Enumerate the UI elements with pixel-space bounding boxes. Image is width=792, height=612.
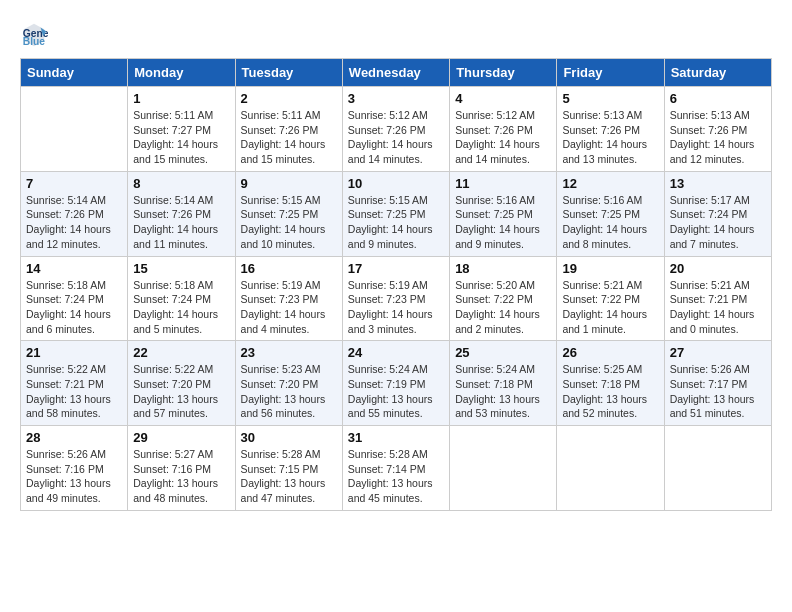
calendar-cell: 14Sunrise: 5:18 AM Sunset: 7:24 PM Dayli… [21,256,128,341]
day-info: Sunrise: 5:24 AM Sunset: 7:18 PM Dayligh… [455,362,551,421]
calendar-cell [557,426,664,511]
day-info: Sunrise: 5:19 AM Sunset: 7:23 PM Dayligh… [348,278,444,337]
calendar-cell: 30Sunrise: 5:28 AM Sunset: 7:15 PM Dayli… [235,426,342,511]
day-info: Sunrise: 5:27 AM Sunset: 7:16 PM Dayligh… [133,447,229,506]
day-info: Sunrise: 5:16 AM Sunset: 7:25 PM Dayligh… [455,193,551,252]
day-header-monday: Monday [128,59,235,87]
day-header-thursday: Thursday [450,59,557,87]
calendar-cell: 7Sunrise: 5:14 AM Sunset: 7:26 PM Daylig… [21,171,128,256]
day-number: 25 [455,345,551,360]
day-number: 17 [348,261,444,276]
calendar-cell: 22Sunrise: 5:22 AM Sunset: 7:20 PM Dayli… [128,341,235,426]
day-info: Sunrise: 5:12 AM Sunset: 7:26 PM Dayligh… [348,108,444,167]
calendar-cell: 3Sunrise: 5:12 AM Sunset: 7:26 PM Daylig… [342,87,449,172]
calendar-cell: 13Sunrise: 5:17 AM Sunset: 7:24 PM Dayli… [664,171,771,256]
day-info: Sunrise: 5:22 AM Sunset: 7:21 PM Dayligh… [26,362,122,421]
calendar-cell: 23Sunrise: 5:23 AM Sunset: 7:20 PM Dayli… [235,341,342,426]
day-number: 29 [133,430,229,445]
calendar-cell [450,426,557,511]
day-info: Sunrise: 5:28 AM Sunset: 7:15 PM Dayligh… [241,447,337,506]
day-number: 20 [670,261,766,276]
day-number: 15 [133,261,229,276]
calendar-cell: 26Sunrise: 5:25 AM Sunset: 7:18 PM Dayli… [557,341,664,426]
day-number: 1 [133,91,229,106]
day-header-friday: Friday [557,59,664,87]
day-number: 23 [241,345,337,360]
day-info: Sunrise: 5:24 AM Sunset: 7:19 PM Dayligh… [348,362,444,421]
calendar-header-row: SundayMondayTuesdayWednesdayThursdayFrid… [21,59,772,87]
day-info: Sunrise: 5:11 AM Sunset: 7:27 PM Dayligh… [133,108,229,167]
calendar-cell [21,87,128,172]
calendar-table: SundayMondayTuesdayWednesdayThursdayFrid… [20,58,772,511]
calendar-cell: 27Sunrise: 5:26 AM Sunset: 7:17 PM Dayli… [664,341,771,426]
page-header: General Blue [20,20,772,48]
calendar-cell: 25Sunrise: 5:24 AM Sunset: 7:18 PM Dayli… [450,341,557,426]
day-info: Sunrise: 5:23 AM Sunset: 7:20 PM Dayligh… [241,362,337,421]
day-info: Sunrise: 5:14 AM Sunset: 7:26 PM Dayligh… [26,193,122,252]
day-number: 19 [562,261,658,276]
day-info: Sunrise: 5:18 AM Sunset: 7:24 PM Dayligh… [133,278,229,337]
calendar-cell: 12Sunrise: 5:16 AM Sunset: 7:25 PM Dayli… [557,171,664,256]
day-info: Sunrise: 5:18 AM Sunset: 7:24 PM Dayligh… [26,278,122,337]
day-info: Sunrise: 5:13 AM Sunset: 7:26 PM Dayligh… [562,108,658,167]
calendar-cell: 2Sunrise: 5:11 AM Sunset: 7:26 PM Daylig… [235,87,342,172]
day-info: Sunrise: 5:12 AM Sunset: 7:26 PM Dayligh… [455,108,551,167]
day-info: Sunrise: 5:20 AM Sunset: 7:22 PM Dayligh… [455,278,551,337]
week-row-4: 21Sunrise: 5:22 AM Sunset: 7:21 PM Dayli… [21,341,772,426]
day-info: Sunrise: 5:17 AM Sunset: 7:24 PM Dayligh… [670,193,766,252]
day-number: 28 [26,430,122,445]
week-row-3: 14Sunrise: 5:18 AM Sunset: 7:24 PM Dayli… [21,256,772,341]
day-header-saturday: Saturday [664,59,771,87]
calendar-cell: 11Sunrise: 5:16 AM Sunset: 7:25 PM Dayli… [450,171,557,256]
day-info: Sunrise: 5:15 AM Sunset: 7:25 PM Dayligh… [241,193,337,252]
calendar-cell: 8Sunrise: 5:14 AM Sunset: 7:26 PM Daylig… [128,171,235,256]
day-number: 3 [348,91,444,106]
day-info: Sunrise: 5:22 AM Sunset: 7:20 PM Dayligh… [133,362,229,421]
calendar-cell: 19Sunrise: 5:21 AM Sunset: 7:22 PM Dayli… [557,256,664,341]
day-number: 2 [241,91,337,106]
day-number: 22 [133,345,229,360]
calendar-cell: 15Sunrise: 5:18 AM Sunset: 7:24 PM Dayli… [128,256,235,341]
calendar-cell: 4Sunrise: 5:12 AM Sunset: 7:26 PM Daylig… [450,87,557,172]
day-number: 26 [562,345,658,360]
day-number: 14 [26,261,122,276]
calendar-cell: 24Sunrise: 5:24 AM Sunset: 7:19 PM Dayli… [342,341,449,426]
day-info: Sunrise: 5:11 AM Sunset: 7:26 PM Dayligh… [241,108,337,167]
day-number: 12 [562,176,658,191]
day-info: Sunrise: 5:19 AM Sunset: 7:23 PM Dayligh… [241,278,337,337]
calendar-cell: 16Sunrise: 5:19 AM Sunset: 7:23 PM Dayli… [235,256,342,341]
calendar-cell: 18Sunrise: 5:20 AM Sunset: 7:22 PM Dayli… [450,256,557,341]
day-info: Sunrise: 5:26 AM Sunset: 7:17 PM Dayligh… [670,362,766,421]
day-info: Sunrise: 5:26 AM Sunset: 7:16 PM Dayligh… [26,447,122,506]
day-number: 18 [455,261,551,276]
calendar-cell: 28Sunrise: 5:26 AM Sunset: 7:16 PM Dayli… [21,426,128,511]
day-header-wednesday: Wednesday [342,59,449,87]
day-number: 9 [241,176,337,191]
day-number: 10 [348,176,444,191]
week-row-1: 1Sunrise: 5:11 AM Sunset: 7:27 PM Daylig… [21,87,772,172]
calendar-cell: 29Sunrise: 5:27 AM Sunset: 7:16 PM Dayli… [128,426,235,511]
calendar-cell: 17Sunrise: 5:19 AM Sunset: 7:23 PM Dayli… [342,256,449,341]
day-number: 30 [241,430,337,445]
day-info: Sunrise: 5:13 AM Sunset: 7:26 PM Dayligh… [670,108,766,167]
svg-text:Blue: Blue [23,36,46,47]
calendar-cell: 31Sunrise: 5:28 AM Sunset: 7:14 PM Dayli… [342,426,449,511]
week-row-5: 28Sunrise: 5:26 AM Sunset: 7:16 PM Dayli… [21,426,772,511]
day-number: 5 [562,91,658,106]
day-number: 27 [670,345,766,360]
day-number: 24 [348,345,444,360]
day-number: 7 [26,176,122,191]
day-number: 13 [670,176,766,191]
day-number: 16 [241,261,337,276]
logo: General Blue [20,20,52,48]
day-number: 31 [348,430,444,445]
calendar-cell: 1Sunrise: 5:11 AM Sunset: 7:27 PM Daylig… [128,87,235,172]
day-number: 11 [455,176,551,191]
calendar-cell [664,426,771,511]
calendar-cell: 6Sunrise: 5:13 AM Sunset: 7:26 PM Daylig… [664,87,771,172]
day-number: 21 [26,345,122,360]
day-info: Sunrise: 5:21 AM Sunset: 7:22 PM Dayligh… [562,278,658,337]
day-number: 4 [455,91,551,106]
calendar-cell: 5Sunrise: 5:13 AM Sunset: 7:26 PM Daylig… [557,87,664,172]
day-header-sunday: Sunday [21,59,128,87]
